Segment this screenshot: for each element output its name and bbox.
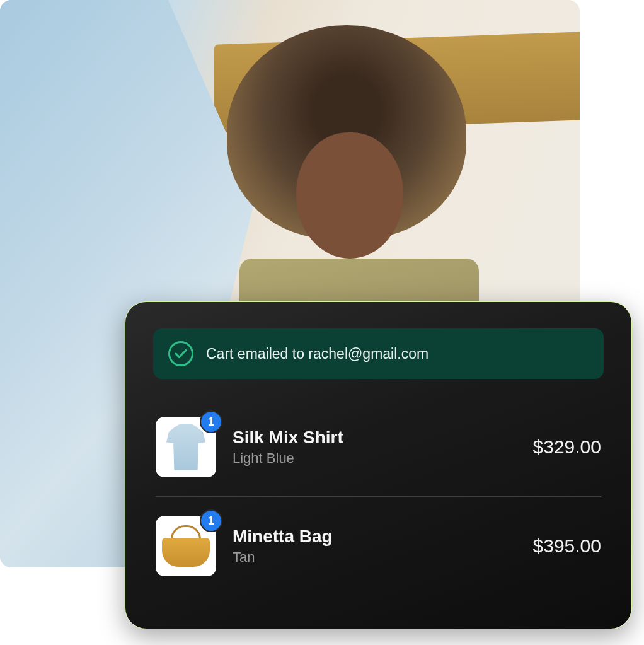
item-name: Silk Mix Shirt [233,427,517,448]
quantity-badge: 1 [200,509,222,532]
item-thumbnail: 1 [156,516,216,576]
item-variant: Light Blue [233,450,517,467]
item-thumbnail: 1 [156,417,216,477]
cart-item[interactable]: 1 Silk Mix Shirt Light Blue $329.00 [153,398,604,496]
success-banner: Cart emailed to rachel@gmail.com [153,328,604,379]
banner-message: Cart emailed to rachel@gmail.com [206,346,428,363]
item-price: $329.00 [533,436,601,458]
shirt-icon [166,424,205,470]
item-name: Minetta Bag [233,526,517,547]
cart-item[interactable]: 1 Minetta Bag Tan $395.00 [153,497,604,595]
item-variant: Tan [233,549,517,566]
check-circle-icon [168,341,193,366]
quantity-badge: 1 [200,410,222,433]
item-price: $395.00 [533,535,601,557]
cart-card: Cart emailed to rachel@gmail.com 1 Silk … [125,301,632,629]
bag-icon [162,525,210,567]
